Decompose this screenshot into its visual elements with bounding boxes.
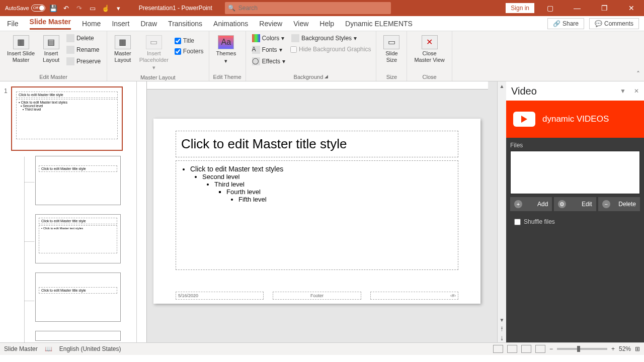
touch-icon[interactable]: ☝ [101,3,111,13]
spellcheck-icon[interactable]: 📖 [45,345,52,352]
close-master-view-button[interactable]: ✕Close Master View [411,33,447,65]
video-pane-close-icon[interactable]: ✕ [634,87,639,95]
status-mode: Slide Master [4,345,38,352]
comments-button[interactable]: 💬 Comments [589,18,639,29]
collapse-ribbon-icon[interactable]: ˄ [636,70,640,78]
title-bar: AutoSave Off 💾 ↶ ↷ ▭ ☝ ▾ Presentation1 -… [0,0,644,16]
document-title: Presentation1 - PowerPoint [139,5,212,12]
files-list[interactable] [510,151,640,194]
canvas-scrollbar[interactable]: ▲ ▼ ⭱ ⭳ [497,81,506,342]
status-bar: Slide Master 📖 English (United States) −… [0,342,644,355]
background-dialog-launcher[interactable]: ◢ [325,74,328,79]
zoom-out-icon[interactable]: − [549,345,553,352]
play-icon [513,112,535,127]
insert-placeholder-button[interactable]: ▭Insert Placeholder▾ [136,33,172,73]
normal-view-icon[interactable] [493,345,503,353]
themes-button[interactable]: AaThemes▾ [213,33,239,66]
group-size: Size [380,73,403,81]
hide-bg-checkbox[interactable]: Hide Background Graphics [289,45,372,54]
signin-button[interactable]: Sign in [506,3,534,13]
present-icon[interactable]: ▭ [88,3,98,13]
insert-layout-button[interactable]: ▤Insert Layout [40,33,62,65]
close-window-icon[interactable]: ✕ [620,0,643,16]
shuffle-checkbox[interactable]: Shuffle files [510,211,640,232]
share-button[interactable]: 🔗 Share [547,18,584,29]
group-close: Close [411,73,447,81]
menu-file[interactable]: File [7,20,19,28]
slidenum-placeholder[interactable]: ‹#› [370,292,458,300]
title-placeholder[interactable]: Click to edit Master title style [176,131,458,157]
slide-canvas[interactable]: Click to edit Master title style Click t… [137,81,497,342]
video-pane-title: Video [511,85,537,97]
autosave-toggle[interactable]: AutoSave Off [5,5,45,12]
menu-transitions[interactable]: Transitions [168,20,202,28]
menu-home[interactable]: Home [82,20,101,28]
files-label: Files [510,142,640,149]
group-edit-master: Edit Master [4,73,103,81]
edit-button[interactable]: ⚙Edit [554,197,596,211]
menu-view[interactable]: View [293,20,308,28]
effects-button[interactable]: ◯Effects ▾ [250,56,287,66]
video-brand: dynamic VIDEOS [506,101,644,138]
layout-thumb-1[interactable]: Click to edit Master title style [35,156,121,205]
slideshow-view-icon[interactable] [535,345,545,353]
footer-placeholder[interactable]: Footer [273,292,361,300]
ruler-vertical [137,81,147,342]
scroll-down-icon[interactable]: ▼ [498,315,506,324]
zoom-slider[interactable] [557,348,607,350]
fonts-button[interactable]: AFonts ▾ [250,45,287,55]
delete-button[interactable]: Delete [64,33,103,43]
fit-window-icon[interactable]: ⊞ [635,345,640,352]
master-thumb[interactable]: Click to edit Master title style • Click… [11,86,123,151]
reading-view-icon[interactable] [521,345,531,353]
sorter-view-icon[interactable] [507,345,517,353]
group-background: Background ◢ [250,73,372,81]
menu-slide-master[interactable]: Slide Master [30,18,71,30]
zoom-in-icon[interactable]: + [611,345,615,352]
preserve-button[interactable]: Preserve [64,56,103,66]
menu-help[interactable]: Help [319,20,334,28]
minimize-icon[interactable]: — [566,0,589,16]
save-icon[interactable]: 💾 [48,3,58,13]
undo-icon[interactable]: ↶ [61,3,71,13]
ribbon-display-icon[interactable]: ▢ [538,0,561,16]
maximize-icon[interactable]: ❐ [593,0,616,16]
master-layout-button[interactable]: ▦Master Layout [111,33,134,65]
menu-draw[interactable]: Draw [140,20,157,28]
next-slide-icon[interactable]: ⭳ [498,333,506,342]
slide-size-button[interactable]: ▭Slide Size [380,33,403,65]
layout-thumb-2[interactable]: Click to edit Master title style • Click… [35,214,121,263]
menu-review[interactable]: Review [259,20,282,28]
thumbnail-pane[interactable]: 1 Click to edit Master title style • Cli… [0,81,137,342]
search-input[interactable] [238,5,391,12]
menu-dynamic[interactable]: Dynamic ELEMENTS [345,20,413,28]
group-master-layout: Master Layout [111,73,204,81]
ruler-horizontal [147,81,488,89]
search-icon: 🔍 [228,5,235,12]
prev-slide-icon[interactable]: ⭱ [498,324,506,333]
menu-bar: File Slide Master Home Insert Draw Trans… [0,16,644,31]
delete-button[interactable]: −Delete [598,197,640,211]
colors-button[interactable]: Colors ▾ [250,33,287,43]
group-edit-theme: Edit Theme [213,73,242,81]
title-checkbox[interactable]: Title [174,36,205,45]
status-language[interactable]: English (United States) [59,345,121,352]
redo-icon[interactable]: ↷ [74,3,85,13]
menu-animations[interactable]: Animations [213,20,248,28]
qat-more-icon[interactable]: ▾ [114,3,124,13]
layout-thumb-3[interactable]: Click to edit Master title style [35,273,121,322]
body-placeholder[interactable]: Click to edit Master text styles Second … [176,160,458,270]
rename-button[interactable]: Rename [64,45,103,55]
insert-slide-master-button[interactable]: ▦Insert Slide Master [4,33,38,65]
video-pane-dropdown-icon[interactable]: ▼ [620,87,626,95]
footers-checkbox[interactable]: Footers [174,47,205,56]
search-box[interactable]: 🔍 [225,2,391,14]
menu-insert[interactable]: Insert [112,20,129,28]
zoom-percent[interactable]: 52% [619,345,631,352]
scroll-up-icon[interactable]: ▲ [498,81,506,90]
layout-thumb-4[interactable] [35,331,121,341]
background-styles-button[interactable]: Background Styles ▾ [289,33,372,43]
date-placeholder[interactable]: 5/16/2020 [176,292,264,300]
add-button[interactable]: +Add [510,197,552,211]
master-slide[interactable]: Click to edit Master title style Click t… [153,119,480,304]
